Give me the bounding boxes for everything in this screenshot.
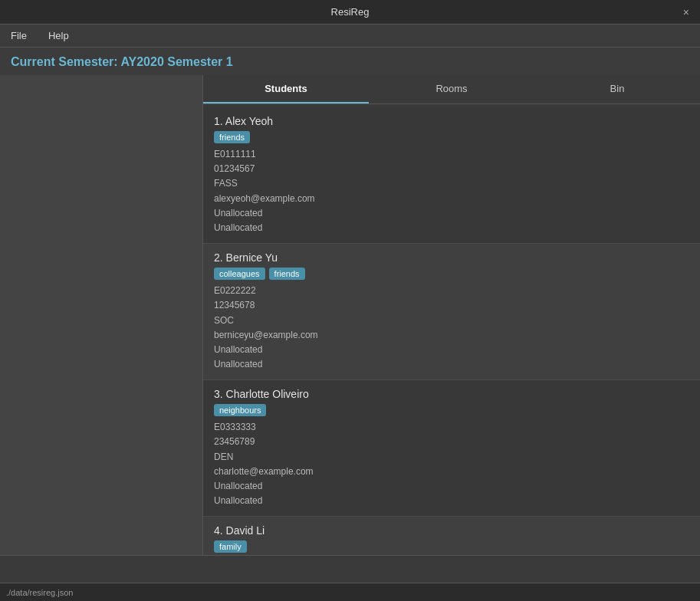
student-details: E033333323456789DENcharlotte@example.com… xyxy=(214,420,689,508)
student-card-4[interactable]: 4. David Lifamily xyxy=(203,517,700,555)
tab-students[interactable]: Students xyxy=(203,75,369,103)
tag-friends: friends xyxy=(269,268,305,280)
student-details: E022222212345678SOCberniceyu@example.com… xyxy=(214,284,689,372)
student-card-1[interactable]: 1. Alex YeohfriendsE011111101234567FASSa… xyxy=(203,107,700,244)
menu-help[interactable]: Help xyxy=(44,28,74,43)
window-title: ResiReg xyxy=(331,6,370,18)
tag-family: family xyxy=(214,540,247,553)
students-list[interactable]: 1. Alex YeohfriendsE011111101234567FASSa… xyxy=(203,104,700,555)
command-input[interactable] xyxy=(6,563,694,575)
status-file-path: ./data/resireg.json xyxy=(6,588,73,597)
tab-rooms[interactable]: Rooms xyxy=(369,75,534,103)
student-details: E011111101234567FASSalexyeoh@example.com… xyxy=(214,147,689,235)
menu-file[interactable]: File xyxy=(6,28,31,43)
main-area: Students Rooms Bin 1. Alex YeohfriendsE0… xyxy=(0,75,700,555)
student-card-2[interactable]: 2. Bernice YucolleaguesfriendsE022222212… xyxy=(203,244,700,380)
main-window: ResiReg × File Help Current Semester: AY… xyxy=(0,0,700,601)
current-semester: Current Semester: AY2020 Semester 1 xyxy=(0,48,700,75)
status-bar: ./data/resireg.json xyxy=(0,583,700,601)
student-tags: colleaguesfriends xyxy=(214,268,689,280)
student-tags: friends xyxy=(214,131,689,143)
left-panel xyxy=(0,75,203,555)
tab-bin[interactable]: Bin xyxy=(534,75,700,103)
tabs-bar: Students Rooms Bin xyxy=(203,75,700,104)
tag-neighbours: neighbours xyxy=(214,404,266,416)
close-button[interactable]: × xyxy=(679,5,694,20)
tag-friends: friends xyxy=(214,131,250,143)
tag-colleagues: colleagues xyxy=(214,268,265,280)
title-bar: ResiReg × xyxy=(0,0,700,25)
right-panel: Students Rooms Bin 1. Alex YeohfriendsE0… xyxy=(203,75,700,555)
student-card-3[interactable]: 3. Charlotte OliveironeighboursE03333332… xyxy=(203,380,700,517)
menu-bar: File Help xyxy=(0,25,700,48)
command-bar xyxy=(0,555,700,583)
student-tags: neighbours xyxy=(214,404,689,416)
student-name: 2. Bernice Yu xyxy=(214,251,689,264)
student-name: 3. Charlotte Oliveiro xyxy=(214,388,689,400)
student-name: 4. David Li xyxy=(214,524,689,537)
student-name: 1. Alex Yeoh xyxy=(214,115,689,127)
student-tags: family xyxy=(214,540,689,553)
